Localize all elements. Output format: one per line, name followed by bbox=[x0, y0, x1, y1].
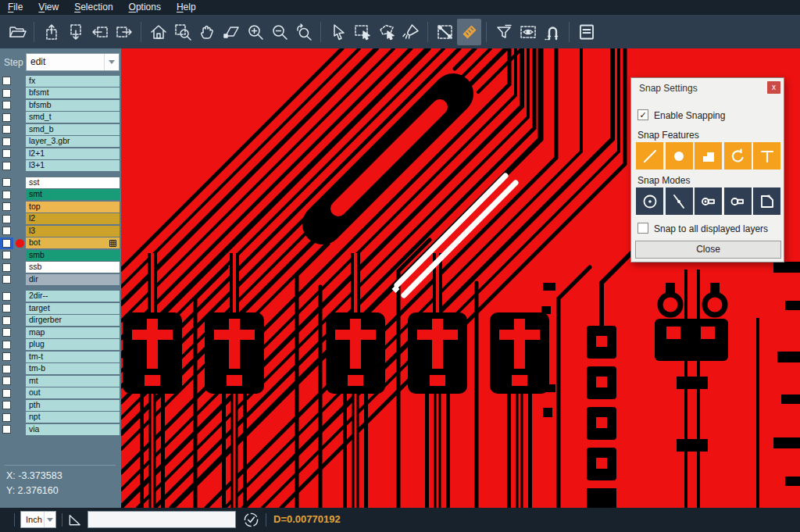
pan-down-icon[interactable] bbox=[63, 19, 88, 45]
layer-row-bfsmb[interactable]: bfsmb bbox=[0, 99, 121, 112]
layer-label[interactable]: dirgerber bbox=[26, 315, 120, 326]
layer-checkbox[interactable] bbox=[2, 352, 11, 361]
layer-label[interactable]: via bbox=[26, 424, 120, 435]
layer-checkbox[interactable] bbox=[2, 425, 11, 434]
close-button[interactable]: Close bbox=[635, 241, 781, 259]
layer-checkbox[interactable] bbox=[2, 191, 11, 199]
layer-label[interactable]: ssb bbox=[26, 262, 120, 273]
layer-label[interactable]: bfsmt bbox=[26, 87, 120, 98]
step-select[interactable]: edit bbox=[26, 53, 120, 71]
layer-label[interactable]: l3 bbox=[26, 226, 120, 237]
angle-icon[interactable] bbox=[67, 512, 82, 527]
pan-left-icon[interactable] bbox=[88, 19, 112, 45]
layer-row-plug[interactable]: plug bbox=[0, 339, 121, 352]
layer-label[interactable]: smd_t bbox=[26, 112, 120, 123]
layer-checkbox[interactable] bbox=[2, 263, 11, 272]
layer-row-smd_b[interactable]: smd_b bbox=[0, 123, 121, 136]
layer-checkbox[interactable] bbox=[2, 328, 11, 337]
layer-checkbox[interactable] bbox=[2, 149, 11, 158]
layer-row-layer_3.gbr[interactable]: layer_3.gbr bbox=[0, 136, 121, 148]
zoom-out-icon[interactable] bbox=[267, 19, 291, 45]
layer-label[interactable]: pth bbox=[26, 400, 120, 411]
layer-label[interactable]: sst bbox=[26, 177, 120, 188]
layer-label[interactable]: l3+1 bbox=[26, 160, 120, 171]
snap-line-icon[interactable] bbox=[636, 142, 663, 170]
layer-row-smb[interactable]: smb bbox=[0, 249, 121, 262]
layer-checkbox[interactable] bbox=[2, 215, 11, 223]
snap-surface-icon[interactable] bbox=[695, 142, 722, 170]
snap-center-icon[interactable] bbox=[636, 187, 663, 215]
layer-checkbox[interactable] bbox=[2, 413, 11, 422]
pan-right-icon[interactable] bbox=[112, 19, 136, 45]
view-eye-icon[interactable] bbox=[516, 19, 540, 45]
layer-row-l2+1[interactable]: l2+1 bbox=[0, 148, 121, 160]
layer-checkbox[interactable] bbox=[2, 77, 11, 85]
layer-row-out[interactable]: out bbox=[0, 387, 121, 400]
layer-checkbox[interactable] bbox=[2, 227, 11, 235]
layer-row-map[interactable]: map bbox=[0, 327, 121, 339]
layer-grid-icon[interactable] bbox=[109, 240, 116, 247]
layer-row-l2[interactable]: l2 bbox=[0, 213, 121, 226]
snap-arc-icon[interactable] bbox=[724, 142, 752, 170]
layer-row-dirgerber[interactable]: dirgerber bbox=[0, 315, 121, 327]
zoom-home-icon[interactable] bbox=[146, 19, 170, 45]
layer-label[interactable]: l2+1 bbox=[26, 148, 120, 159]
snap-pad-icon[interactable] bbox=[666, 142, 693, 170]
layer-label[interactable]: smb bbox=[26, 250, 120, 261]
measure-ruler-icon[interactable] bbox=[457, 19, 481, 45]
layer-label[interactable]: bfsmb bbox=[26, 100, 120, 111]
menu-file[interactable]: File bbox=[0, 0, 30, 15]
layer-checkbox[interactable] bbox=[2, 341, 11, 349]
layer-row-2dir--[interactable]: 2dir-- bbox=[0, 291, 121, 303]
layer-row-pth[interactable]: pth bbox=[0, 399, 121, 412]
layer-row-l3+1[interactable]: l3+1 bbox=[0, 160, 121, 173]
layer-label[interactable]: smd_b bbox=[26, 124, 120, 135]
snap-contour-icon[interactable] bbox=[753, 187, 780, 215]
layer-checkbox[interactable] bbox=[2, 89, 11, 98]
clear-brush-icon[interactable] bbox=[398, 19, 423, 45]
layer-label[interactable]: fx bbox=[26, 76, 120, 87]
layer-label[interactable]: npt bbox=[26, 412, 120, 423]
layer-label[interactable]: mt bbox=[26, 376, 120, 387]
layer-checkbox[interactable] bbox=[2, 202, 11, 211]
layer-checkbox[interactable] bbox=[2, 125, 11, 134]
snap-line-point-icon[interactable] bbox=[666, 187, 693, 215]
measure-distance-icon[interactable] bbox=[433, 19, 457, 45]
layer-checkbox[interactable] bbox=[2, 251, 11, 259]
select-polygon-icon[interactable] bbox=[374, 19, 398, 45]
layer-checkbox[interactable] bbox=[2, 162, 11, 170]
snap-magnet-icon[interactable] bbox=[540, 19, 564, 45]
snap-text-icon[interactable] bbox=[753, 142, 780, 170]
pan-hand-icon[interactable] bbox=[195, 19, 219, 45]
layer-row-sst[interactable]: sst bbox=[0, 177, 121, 189]
layer-row-target[interactable]: target bbox=[0, 302, 121, 315]
layer-row-smd_t[interactable]: smd_t bbox=[0, 112, 121, 124]
select-arrow-icon[interactable] bbox=[326, 19, 350, 45]
units-select[interactable]: Inch bbox=[20, 511, 56, 528]
layer-checkbox[interactable] bbox=[2, 239, 11, 248]
layer-label[interactable]: map bbox=[26, 327, 120, 338]
layer-row-l3[interactable]: l3 bbox=[0, 225, 121, 237]
layer-label[interactable]: top bbox=[26, 202, 120, 212]
layer-row-mt[interactable]: mt bbox=[0, 375, 121, 387]
layer-label[interactable]: out bbox=[26, 387, 120, 398]
layer-row-fx[interactable]: fx bbox=[0, 75, 121, 87]
layer-label[interactable]: target bbox=[26, 303, 120, 314]
layer-row-smt[interactable]: smt bbox=[0, 189, 121, 202]
dialog-close-icon[interactable]: x bbox=[767, 81, 780, 94]
pan-up-icon[interactable] bbox=[39, 19, 63, 45]
layer-row-npt[interactable]: npt bbox=[0, 412, 121, 424]
layer-label[interactable]: tm-b bbox=[26, 363, 120, 374]
layer-row-tm-t[interactable]: tm-t bbox=[0, 351, 121, 363]
layer-row-dir[interactable]: dir bbox=[0, 273, 121, 286]
layer-label[interactable]: 2dir-- bbox=[26, 291, 120, 302]
enable-snapping-checkbox[interactable]: ✓ bbox=[638, 109, 648, 120]
snap-pad-slot-icon[interactable] bbox=[724, 187, 752, 215]
layer-checkbox[interactable] bbox=[2, 365, 11, 373]
layer-checkbox[interactable] bbox=[2, 316, 11, 325]
measure-value-input[interactable] bbox=[88, 511, 236, 528]
layer-checkbox[interactable] bbox=[2, 178, 11, 187]
report-icon[interactable] bbox=[574, 19, 598, 45]
layer-label[interactable]: layer_3.gbr bbox=[26, 136, 120, 147]
layer-checkbox[interactable] bbox=[2, 401, 11, 409]
